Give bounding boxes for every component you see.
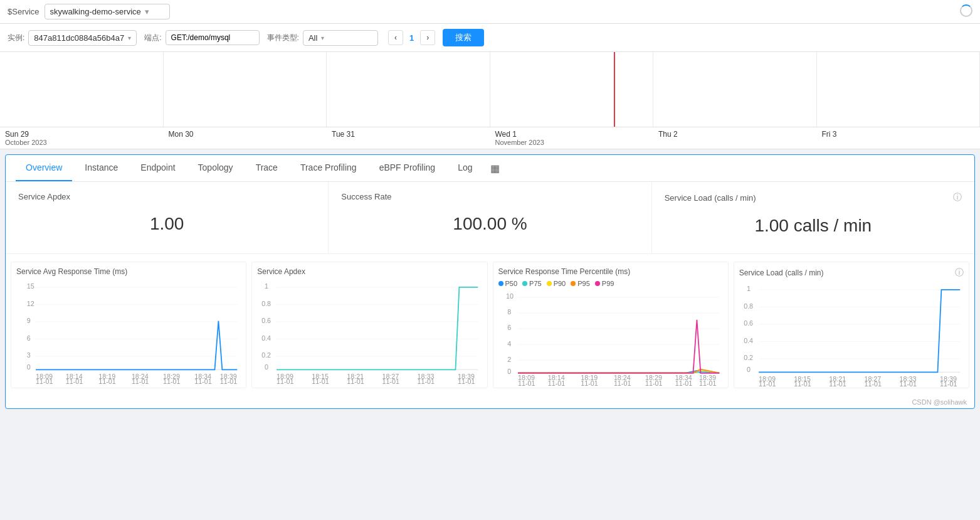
p95-dot [571,281,576,286]
service-load-svg: 1 0.8 0.6 0.4 0.2 0 18:09 11-01 [739,282,964,387]
svg-text:11-01: 11-01 [220,378,237,385]
svg-text:0.4: 0.4 [744,337,753,344]
tab-trace-profiling[interactable]: Trace Profiling [290,155,367,181]
event-type-label: 事件类型: [267,33,299,43]
chevron-down-icon: ▾ [145,7,149,16]
search-button[interactable]: 搜索 [443,29,484,46]
svg-text:6: 6 [507,324,511,331]
timeline-col-0 [0,52,164,127]
tab-ebpf-profiling[interactable]: eBPF Profiling [369,155,445,181]
svg-text:11-01: 11-01 [645,379,662,387]
svg-text:11-01: 11-01 [547,379,564,387]
event-type-value: All [308,33,317,43]
svg-text:3: 3 [27,351,31,359]
stat-card-success-rate: Success Rate 100.00 % [329,182,651,253]
tab-trace[interactable]: Trace [246,155,288,181]
svg-text:11-01: 11-01 [864,380,881,387]
stat-card-service-load: Service Load (calls / min) ⓘ 1.00 calls … [652,182,974,253]
svg-text:0.8: 0.8 [744,302,753,310]
timeline-col-3 [490,52,654,127]
next-page-button[interactable]: › [420,30,435,45]
svg-text:11-01: 11-01 [98,378,115,385]
prev-page-button[interactable]: ‹ [388,30,403,45]
avg-response-container: 15 12 9 6 3 0 18:09 [16,280,241,380]
endpoint-input[interactable] [166,30,260,45]
timeline-label-4: Thu 2 [653,130,817,146]
legend-p95: P95 [571,280,590,287]
svg-text:1: 1 [265,282,268,290]
svg-text:0.2: 0.2 [744,354,753,361]
apdex-title: Service Apdex [18,192,70,201]
tab-endpoint[interactable]: Endpoint [130,155,185,181]
tab-instance[interactable]: Instance [75,155,128,181]
chart-avg-response: Service Avg Response Time (ms) 15 12 9 6… [11,262,246,388]
svg-text:11-01: 11-01 [613,379,630,387]
event-type-group: 事件类型: All ▾ [267,30,378,46]
service-load-title: Service Load (calls / min) [665,193,756,203]
svg-text:11-01: 11-01 [66,378,83,385]
svg-text:11-01: 11-01 [458,378,475,385]
pagination: ‹ 1 › [388,30,435,45]
svg-text:0.8: 0.8 [261,300,271,307]
instance-chevron-icon: ▾ [128,34,131,41]
svg-text:2: 2 [507,356,511,363]
svg-text:6: 6 [27,334,31,342]
service-value: skywalking-demo-service [50,7,141,16]
svg-text:11-01: 11-01 [518,379,535,387]
tab-log[interactable]: Log [448,155,482,181]
timeline-label-2: Tue 31 [327,130,490,146]
svg-text:11-01: 11-01 [699,379,716,387]
apdex-svg: 1 0.8 0.6 0.4 0.2 0 18:09 11-01 [257,280,482,385]
success-rate-title: Success Rate [341,192,391,201]
svg-text:0.6: 0.6 [261,317,271,324]
instance-value: 847a811dc0884a56b4a7 [34,33,124,43]
svg-text:0: 0 [27,363,31,371]
svg-text:11-01: 11-01 [312,378,329,385]
svg-text:11-01: 11-01 [418,378,435,385]
chart-apdex: Service Apdex 1 0.8 0.6 0.4 0.2 0 [251,262,487,388]
service-select[interactable]: skywalking-demo-service ▾ [45,4,170,19]
svg-text:11-01: 11-01 [382,378,399,385]
svg-text:11-01: 11-01 [899,380,916,387]
timeline-marker [614,52,615,127]
svg-text:11-01: 11-01 [675,379,692,387]
charts-row: Service Avg Response Time (ms) 15 12 9 6… [6,254,974,396]
timeline-col-1 [164,52,327,127]
event-type-select[interactable]: All ▾ [303,30,378,46]
tab-overview[interactable]: Overview [16,155,72,181]
svg-text:0.6: 0.6 [744,319,753,327]
timeline-label-1: Mon 30 [164,130,327,146]
timeline-label-5: Fri 3 [817,130,981,146]
p99-dot [595,281,600,286]
loading-icon [960,4,972,17]
svg-text:11-01: 11-01 [794,380,811,387]
document-icon[interactable]: ▦ [485,156,505,181]
percentile-chart-container: 10 8 6 4 2 0 [498,290,723,378]
tabs: Overview Instance Endpoint Topology Trac… [6,155,974,182]
timeline-label-3: Wed 1 November 2023 [490,130,654,146]
tab-topology[interactable]: Topology [188,155,243,181]
stat-card-apdex: Service Apdex 1.00 [6,182,329,253]
svg-text:0.2: 0.2 [261,351,271,359]
legend-p99: P99 [595,280,614,287]
footer-credit: CSDN @solihawk [912,398,967,406]
svg-text:11-01: 11-01 [347,378,364,385]
instance-select[interactable]: 847a811dc0884a56b4a7 ▾ [28,30,137,46]
svg-text:0: 0 [747,366,751,373]
svg-text:11-01: 11-01 [829,380,846,387]
endpoint-label: 端点: [144,33,161,43]
apdex-chart-title: Service Apdex [257,267,482,276]
footer: CSDN @solihawk [6,396,974,408]
avg-response-svg: 15 12 9 6 3 0 18:09 [16,280,241,385]
instance-label: 实例: [8,33,24,43]
svg-text:1: 1 [747,285,751,292]
percentile-svg: 10 8 6 4 2 0 [498,290,723,387]
timeline-col-2 [327,52,490,127]
legend-p50: P50 [498,280,518,287]
svg-text:11-01: 11-01 [759,380,776,387]
service-load-info-icon[interactable]: ⓘ [955,267,964,279]
p50-dot [498,281,503,286]
svg-text:11-01: 11-01 [581,379,598,387]
svg-text:11-01: 11-01 [36,378,53,385]
info-icon[interactable]: ⓘ [953,192,962,203]
